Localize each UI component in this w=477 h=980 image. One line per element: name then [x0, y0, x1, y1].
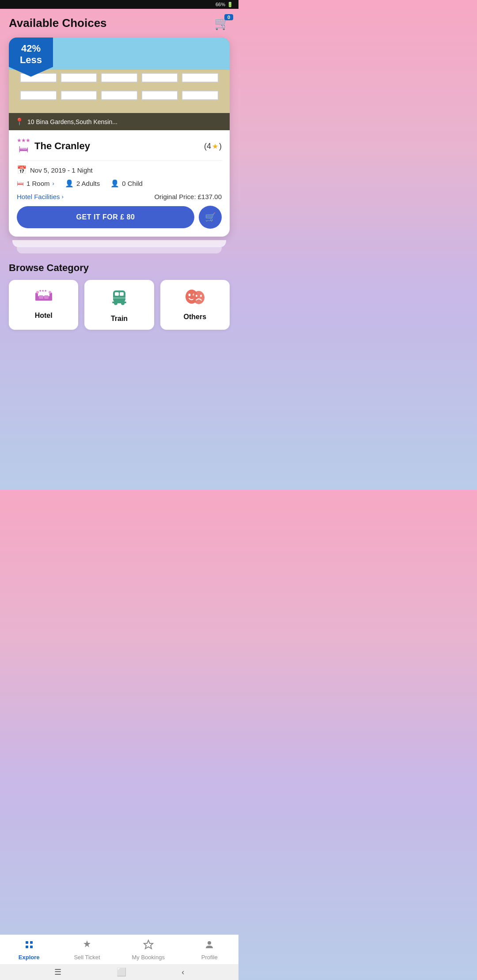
- window: [141, 73, 178, 83]
- svg-point-16: [189, 294, 191, 296]
- rating-text: (4: [204, 142, 211, 151]
- svg-rect-9: [115, 292, 119, 296]
- facilities-chevron-icon: ›: [62, 193, 64, 200]
- status-bar: 66% 🔋: [0, 0, 238, 9]
- facilities-link[interactable]: Hotel Facilities ›: [17, 193, 64, 200]
- svg-rect-4: [44, 295, 49, 299]
- svg-rect-11: [113, 298, 125, 298]
- hotel-name-left: ★★★ 🛏 The Cranley: [17, 137, 90, 155]
- category-train[interactable]: Train: [84, 280, 154, 330]
- discount-percent: 42%: [21, 43, 41, 54]
- rating-close: ): [219, 142, 222, 151]
- category-grid: ★★★ Hotel Train: [9, 280, 230, 330]
- room-row: 🛏 1 Room › 👤 2 Adults 👤 0 Child: [17, 179, 222, 188]
- header: Available Choices 🛒 0: [0, 9, 238, 36]
- original-price: Original Price: £137.00: [154, 193, 222, 200]
- window: [101, 90, 138, 100]
- battery-icon: 🔋: [227, 2, 233, 8]
- svg-rect-2: [49, 293, 52, 301]
- svg-point-6: [49, 291, 51, 294]
- children-count: 0 Child: [122, 180, 143, 187]
- others-category-icon: [184, 289, 206, 309]
- date-row: 📅 Nov 5, 2019 - 1 Night: [17, 165, 222, 175]
- room-item: 🛏 1 Room ›: [17, 180, 54, 188]
- action-row: GET IT FOR £ 80 🛒: [17, 206, 222, 229]
- hotel-card: 42% Less 📍 10 Bina Gardens,South Kensin.…: [9, 38, 230, 237]
- category-others[interactable]: Others: [160, 280, 230, 330]
- browse-title: Browse Category: [9, 262, 230, 274]
- train-category-label: Train: [111, 315, 128, 323]
- buy-button[interactable]: GET IT FOR £ 80: [17, 206, 194, 228]
- window: [20, 90, 57, 100]
- stars-row: ★★★: [17, 137, 30, 143]
- card-content: ★★★ 🛏 The Cranley (4 ★ ) 📅 Nov 5, 2019 -…: [9, 130, 230, 237]
- window: [61, 90, 98, 100]
- window: [61, 73, 98, 83]
- svg-rect-8: [113, 290, 125, 302]
- hotel-name-row: ★★★ 🛏 The Cranley (4 ★ ): [17, 137, 222, 155]
- date-text: Nov 5, 2019 - 1 Night: [30, 166, 93, 174]
- shadow-card-2: [17, 247, 222, 253]
- svg-point-19: [196, 295, 197, 297]
- hotel-rating: (4 ★ ): [204, 142, 222, 151]
- location-pin-icon: 📍: [15, 117, 24, 126]
- cart-button[interactable]: 🛒 0: [214, 16, 230, 30]
- battery-text: 66%: [216, 2, 225, 7]
- room-count: 1 Room: [26, 180, 50, 187]
- svg-rect-10: [120, 292, 124, 296]
- shadow-card-1: [12, 240, 226, 247]
- window: [101, 73, 138, 83]
- children-icon: 👤: [110, 179, 119, 188]
- calendar-icon: 📅: [17, 165, 26, 175]
- adults-item: 👤 2 Adults: [65, 179, 100, 188]
- others-category-label: Others: [184, 313, 207, 321]
- booking-info: 📅 Nov 5, 2019 - 1 Night 🛏 1 Room › 👤 2 A…: [17, 165, 222, 188]
- discount-label: Less: [20, 54, 42, 65]
- window: [141, 90, 178, 100]
- children-item: 👤 0 Child: [110, 179, 143, 188]
- svg-point-18: [193, 291, 204, 304]
- facilities-label: Hotel Facilities: [17, 193, 60, 200]
- facilities-price-row: Hotel Facilities › Original Price: £137.…: [17, 193, 222, 200]
- svg-rect-3: [39, 295, 43, 299]
- room-icon: 🛏: [17, 180, 24, 188]
- svg-rect-14: [112, 302, 126, 303]
- train-category-icon: [111, 289, 127, 310]
- svg-text:★★★: ★★★: [39, 289, 47, 292]
- svg-rect-1: [35, 293, 38, 301]
- building-windows: [20, 73, 219, 100]
- svg-point-20: [200, 295, 202, 297]
- hotel-image: 42% Less 📍 10 Bina Gardens,South Kensin.…: [9, 38, 230, 130]
- hotel-name: The Cranley: [34, 140, 90, 152]
- cart-add-icon: 🛒: [205, 212, 216, 222]
- hotel-category-icon: ★★★: [34, 289, 53, 307]
- window: [182, 90, 219, 100]
- category-hotel[interactable]: ★★★ Hotel: [9, 280, 78, 330]
- location-bar: 📍 10 Bina Gardens,South Kensin...: [9, 113, 230, 130]
- rating-star-icon: ★: [212, 142, 218, 151]
- room-chevron-icon: ›: [53, 180, 54, 187]
- page-title: Available Choices: [9, 16, 107, 30]
- cart-badge: 0: [224, 14, 233, 20]
- hotel-category-label: Hotel: [35, 312, 53, 320]
- hotel-type-icon: ★★★ 🛏: [17, 137, 30, 155]
- adults-count: 2 Adults: [76, 180, 100, 187]
- add-to-cart-button[interactable]: 🛒: [199, 206, 222, 229]
- divider: [17, 160, 222, 161]
- browse-section: Browse Category ★★★ Hotel: [0, 253, 238, 334]
- window: [182, 73, 219, 83]
- adults-icon: 👤: [65, 179, 74, 188]
- location-text: 10 Bina Gardens,South Kensin...: [27, 118, 117, 125]
- bed-icon: 🛏: [19, 143, 28, 155]
